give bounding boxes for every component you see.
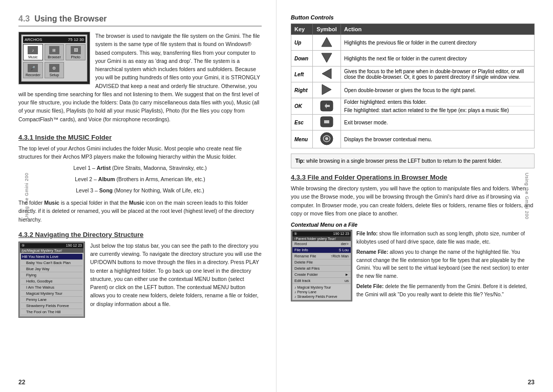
table-row-esc: Esc Exit browser mode.	[291, 115, 535, 130]
sub432-section: ⑤ 190 12 23 /ps/Magical Mystery Tour/ Hi…	[18, 242, 262, 321]
table-row-right: Right Open double-browser or gives the f…	[291, 82, 535, 98]
intro-section: ARCHOS 75 12 30 ♪ Music ⊞ Browser 🖼 Phot…	[18, 32, 262, 126]
page-number-right: 23	[528, 379, 535, 386]
ctx-item: Delete all Files	[292, 266, 351, 272]
table-header-action: Action	[341, 24, 535, 35]
delete-file-text: Delete File: delete the file permanently…	[356, 282, 535, 298]
browser-header: ⑤ 190 12 23	[20, 243, 83, 248]
ctx-item: Rename File↑Rich Man	[292, 253, 351, 259]
key-menu: Menu	[291, 130, 313, 148]
action-right: Open double-browser or gives the focus t…	[341, 82, 535, 98]
browser-item: Strawberry Fields Foreve	[21, 303, 82, 309]
sub431-text2: The folder Music is a special folder in …	[18, 199, 262, 224]
ctx-bottom-item: Penny Lane	[294, 290, 349, 294]
browser-screenshot: ⑤ 190 12 23 /ps/Magical Mystery Tour/ Hi…	[18, 242, 85, 318]
level3-text: Level 3 – Song (Money for Nothing, Walk …	[18, 186, 262, 195]
archos-icons-grid: ♪ Music ⊞ Browser 🖼 Photo 🎤 Recorder	[23, 44, 86, 78]
setup-icon: ⚙	[49, 64, 59, 72]
page-left: Using the Gmini 200 4.3 Using the Browse…	[0, 0, 276, 392]
subsection-431-heading: 4.3.1 Inside the MUSIC Folder	[18, 134, 262, 141]
recorder-icon: 🎤	[28, 64, 38, 72]
sym-up	[313, 35, 341, 51]
contextual-menu-title: Contextual Menu on a File	[291, 222, 535, 228]
sym-left	[313, 67, 341, 82]
svg-point-10	[325, 137, 328, 140]
ctx-item: Delete File	[292, 259, 351, 266]
key-right: Right	[291, 82, 313, 98]
key-symbol-table: Key Symbol Action Up Highlights the prev…	[291, 24, 535, 148]
sidebar-label-left: Using the Gmini 200	[24, 172, 29, 219]
section-title: Using the Browser	[32, 14, 107, 23]
action-down: Highlights the next file or folder in th…	[341, 51, 535, 67]
browser-path: /ps/Magical Mystery Tour/	[20, 248, 83, 253]
svg-marker-1	[322, 53, 332, 62]
file-info-text: File Info: show file information such as…	[356, 230, 535, 246]
action-left: Gives the focus to the left pane when in…	[341, 67, 535, 82]
browser-item: The Fool on The Hill	[21, 309, 82, 315]
archos-icon-setup[interactable]: ⚙ Setup	[45, 62, 65, 78]
table-header-symbol: Symbol	[313, 24, 341, 35]
ctx-bottom-list: Magical Mystery Tour Penny Lane Strawber…	[292, 284, 351, 300]
ctx-item: File InfoS Lou	[292, 247, 351, 253]
ctx-bottom-item: Strawberry Fields Foreve	[294, 294, 349, 299]
section-heading-43: 4.3 Using the Browser	[18, 14, 262, 27]
archos-icon-browser[interactable]: ⊞ Browser	[45, 44, 65, 60]
ctx-item: Edit trackus	[292, 278, 351, 284]
browser-item: Baby You Can't Back Plan	[21, 260, 82, 266]
archos-icon-photo[interactable]: 🖼 Photo	[66, 44, 86, 60]
sym-esc	[313, 115, 341, 130]
sym-menu	[313, 130, 341, 148]
table-row-left: Left Gives the focus to the left pane wh…	[291, 67, 535, 82]
action-menu: Displays the browser contextual menu.	[341, 130, 535, 148]
button-controls-title: Button Controls	[291, 14, 535, 20]
svg-marker-0	[322, 37, 332, 47]
photo-icon: 🖼	[71, 46, 81, 54]
svg-rect-6	[325, 105, 328, 107]
section-num: 4.3	[18, 14, 30, 23]
key-left: Left	[291, 67, 313, 82]
sym-down	[313, 51, 341, 67]
table-row-down: Down Highlights the next file or folder …	[291, 51, 535, 67]
ctx-header: ⑤ 190 12 23	[292, 231, 351, 236]
sym-right	[313, 82, 341, 98]
action-up: Highlights the previous file or folder i…	[341, 35, 535, 51]
ctx-menu: Recordder> File InfoS Lou Rename File↑Ri…	[292, 241, 351, 284]
page-right: Using the Gmini 200 Button Controls Key …	[276, 0, 553, 392]
archos-icon-music[interactable]: ♪ Music	[23, 44, 43, 60]
level1-text: Level 1 – Artist (Dire Straits, Madonna,…	[18, 164, 262, 173]
browser-item: Hill You Need is Love	[21, 254, 82, 260]
browser-item: Blue Jay Way	[21, 266, 82, 272]
music-icon: ♪	[28, 46, 38, 54]
key-up: Up	[291, 35, 313, 51]
archos-header: ARCHOS 75 12 30	[23, 36, 86, 43]
contextual-screenshot: ⑤ 190 12 23 ↑Parent folder ystery Tour/ …	[291, 230, 352, 301]
archos-icon-recorder[interactable]: 🎤 Recorder	[23, 62, 43, 78]
browser-list: Hill You Need is Love Baby You Can't Bac…	[20, 253, 83, 316]
ctx-bottom-item: Magical Mystery Tour	[294, 285, 349, 290]
ctx-item: Recordder>	[292, 241, 351, 247]
svg-marker-2	[322, 69, 331, 79]
subsection-432-heading: 4.3.2 Navigating the Directory Structure	[18, 231, 262, 238]
level2-text: Level 2 – Album (Brothers in Arms, Ameri…	[18, 175, 262, 184]
table-header-key: Key	[291, 24, 313, 35]
svg-marker-3	[322, 84, 331, 95]
action-ok: Folder highlighted: enters this folder. …	[341, 98, 535, 115]
sub433-intro: While browsing the directory system, you…	[291, 184, 535, 217]
sub431-text1: The top level of your Archos Gmini inclu…	[18, 144, 262, 161]
table-row-up: Up Highlights the previous file or folde…	[291, 35, 535, 51]
sidebar-label-right: Using the Gmini 200	[524, 172, 529, 219]
subsection-433-heading: 4.3.3 File and Folder Operations in Brow…	[291, 173, 535, 181]
ctx-item: Create Folder►	[292, 272, 351, 278]
browser-icon: ⊞	[49, 46, 59, 54]
browser-item: Hello, Goodbye	[21, 278, 82, 285]
action-esc: Exit browser mode.	[341, 115, 535, 130]
contextual-area: ⑤ 190 12 23 ↑Parent folder ystery Tour/ …	[291, 230, 535, 301]
browser-item: I Am The Walrus	[21, 285, 82, 291]
tip-box: Tip: while browsing in a single browser …	[291, 154, 535, 168]
ctx-path: ↑Parent folder ystery Tour/	[292, 236, 351, 241]
contextual-descriptions: File Info: show file information such as…	[356, 230, 535, 301]
table-row-ok: OK Folder highlighted: enters this folde…	[291, 98, 535, 115]
browser-item: Magical Mystery Tour	[21, 291, 82, 297]
page-number-left: 22	[18, 379, 25, 386]
browser-item: Flying	[21, 272, 82, 278]
